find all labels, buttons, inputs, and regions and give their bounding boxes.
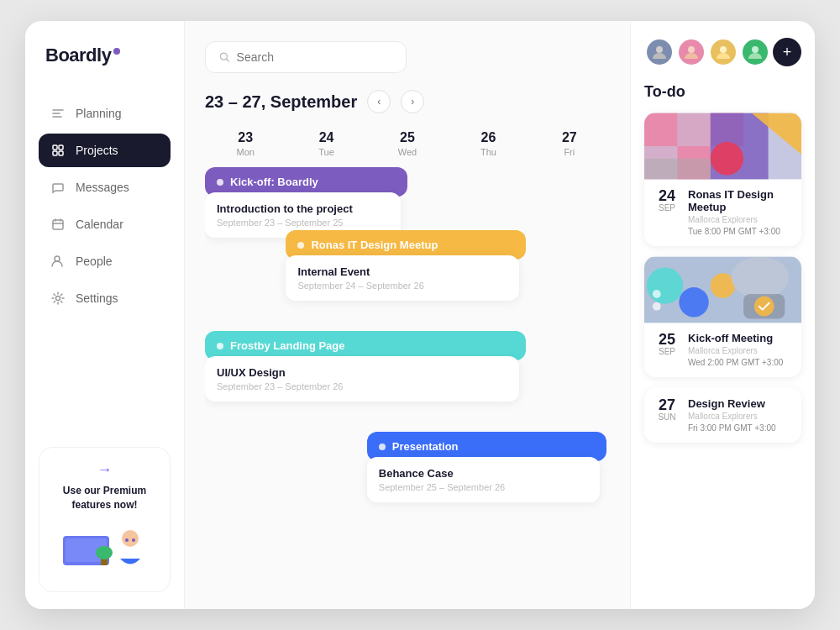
days-header: 23 Mon 24 Tue 25 Wed 26 Thu 27 Fri [205, 127, 610, 160]
todo-date-box-1: 24 Sep [654, 188, 680, 213]
sidebar: Boardly Planning [25, 21, 185, 609]
todo-time: Fri 3:00 PM GMT +3:00 [688, 423, 791, 433]
day-col-24: 24 Tue [286, 127, 366, 160]
sidebar-item-label: People [76, 255, 113, 268]
search-bar[interactable] [205, 41, 407, 73]
event-title: Kick-off: Boardly [217, 176, 396, 188]
logo-dot [113, 48, 120, 55]
todo-event-title: Ronas IT Design Meetup [688, 188, 791, 213]
search-icon [219, 51, 230, 63]
planning-icon [50, 106, 66, 121]
todo-date-num: 27 [654, 397, 680, 412]
todo-card-1[interactable]: 24 Sep Ronas IT Design Meetup Mallorca E… [644, 113, 801, 246]
projects-icon [50, 143, 66, 158]
svg-rect-28 [644, 159, 711, 180]
premium-card[interactable]: → Use our Premium features now! [39, 447, 171, 592]
todo-info-2: Kick-off Meeting Mallorca Explorers Wed … [688, 332, 791, 367]
todo-time: Wed 2:00 PM GMT +3:00 [688, 358, 791, 367]
todo-date-num: 25 [654, 332, 680, 347]
todo-card-image-1 [644, 113, 801, 180]
search-input[interactable] [237, 50, 392, 64]
event-card-frostby[interactable]: UI/UX Design September 23 – September 26 [205, 356, 519, 402]
event-card-title: Behance Case [379, 467, 588, 480]
svg-point-5 [55, 256, 60, 261]
todo-date-month: Sep [654, 203, 680, 213]
todo-card-body-3: 27 Sun Design Review Mallorca Explorers … [644, 387, 801, 443]
sidebar-item-projects[interactable]: Projects [39, 134, 171, 167]
add-avatar-button[interactable]: + [773, 38, 801, 66]
day-number: 24 [286, 130, 366, 145]
event-dot [297, 242, 304, 249]
todo-subtitle: Mallorca Explorers [688, 412, 791, 421]
sidebar-item-people[interactable]: People [39, 244, 171, 278]
todo-card-image-2 [644, 256, 801, 323]
day-col-27: 27 Fri [529, 127, 610, 160]
todo-info-1: Ronas IT Design Meetup Mallorca Explorer… [688, 188, 791, 236]
day-number: 23 [205, 130, 286, 145]
event-card-date: September 23 – September 25 [217, 218, 389, 228]
event-card-date: September 25 – September 26 [379, 482, 588, 492]
svg-point-27 [711, 142, 743, 175]
svg-rect-3 [59, 151, 63, 155]
premium-title: Use our Premium features now! [53, 484, 156, 512]
svg-point-11 [132, 538, 135, 542]
event-card-presentation[interactable]: Behance Case September 25 – September 26 [367, 457, 600, 502]
app-container: Boardly Planning [25, 21, 815, 609]
sidebar-item-calendar[interactable]: Calendar [39, 207, 171, 241]
event-card-date: September 23 – September 26 [217, 381, 507, 391]
messages-icon [50, 180, 66, 195]
nav-items: Planning Projects [39, 97, 171, 433]
avatar-1[interactable] [645, 38, 674, 66]
day-name: Thu [448, 147, 528, 157]
event-title: Frostby Landing Page [217, 339, 514, 352]
avatar-2[interactable] [677, 38, 706, 66]
event-card-ronas[interactable]: Internal Event September 24 – September … [286, 255, 518, 301]
sidebar-item-label: Projects [76, 144, 118, 157]
todo-card-3[interactable]: 27 Sun Design Review Mallorca Explorers … [644, 387, 801, 443]
svg-point-10 [125, 538, 129, 542]
svg-rect-21 [677, 113, 710, 146]
sidebar-item-settings[interactable]: Settings [39, 281, 171, 315]
svg-rect-20 [644, 113, 677, 146]
avatar-4[interactable] [741, 38, 769, 66]
todo-date-month: Sun [654, 412, 680, 422]
svg-rect-1 [59, 145, 63, 150]
day-number: 26 [448, 130, 528, 145]
todo-card-body-1: 24 Sep Ronas IT Design Meetup Mallorca E… [644, 180, 801, 246]
logo-text: Boardly [45, 45, 111, 66]
day-col-23: 23 Mon [205, 127, 286, 160]
event-dot [217, 179, 223, 186]
logo: Boardly [39, 45, 171, 66]
todo-date-box-2: 25 Sep [654, 332, 680, 356]
premium-arrow-icon: → [53, 461, 156, 479]
settings-icon [50, 291, 66, 306]
svg-point-9 [122, 530, 139, 547]
day-name: Fri [529, 147, 610, 157]
day-name: Mon [205, 147, 286, 157]
day-name: Tue [286, 147, 366, 157]
next-week-button[interactable]: › [401, 90, 424, 113]
svg-point-16 [688, 46, 695, 53]
avatar-3[interactable] [709, 38, 738, 66]
prev-week-button[interactable]: ‹ [367, 90, 391, 113]
day-col-26: 26 Thu [448, 127, 528, 160]
svg-rect-4 [53, 220, 63, 229]
todo-event-title: Design Review [688, 397, 791, 410]
day-number: 25 [367, 130, 448, 145]
todo-card-2[interactable]: 25 Sep Kick-off Meeting Mallorca Explore… [644, 256, 801, 377]
svg-point-13 [96, 546, 113, 559]
todo-title: To-do [644, 83, 801, 101]
todo-date-box-3: 27 Sun [654, 397, 680, 422]
sidebar-item-label: Settings [76, 291, 118, 305]
top-avatars: + [644, 38, 801, 66]
todo-date-row-3: 27 Sun Design Review Mallorca Explorers … [654, 397, 791, 433]
todo-date-num: 24 [654, 188, 680, 203]
svg-point-18 [752, 46, 759, 53]
sidebar-item-messages[interactable]: Messages [39, 171, 171, 204]
sidebar-item-planning[interactable]: Planning [39, 97, 171, 130]
event-card-title: UI/UX Design [217, 366, 507, 379]
todo-card-body-2: 25 Sep Kick-off Meeting Mallorca Explore… [644, 323, 801, 377]
calendar-icon [50, 217, 66, 232]
day-number: 27 [529, 130, 610, 145]
day-col-25: 25 Wed [367, 127, 448, 160]
